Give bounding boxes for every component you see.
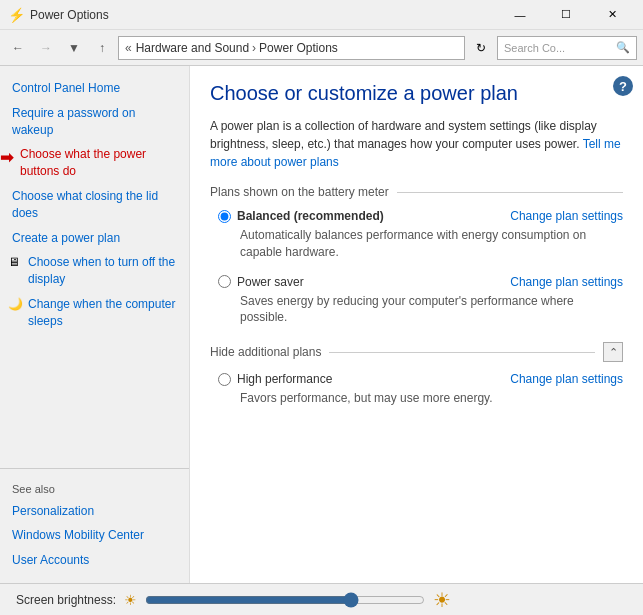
plan-balanced-change-link[interactable]: Change plan settings xyxy=(510,209,623,223)
plan-item-balanced: Balanced (recommended) Change plan setti… xyxy=(210,209,623,261)
plan-power-saver-header: Power saver Change plan settings xyxy=(218,275,623,289)
hide-additional-plans-label: Hide additional plans xyxy=(210,345,321,359)
hide-chevron-button[interactable]: ⌃ xyxy=(603,342,623,362)
window-title: Power Options xyxy=(30,8,497,22)
plan-high-performance-label[interactable]: High performance xyxy=(218,372,332,386)
sidebar: Control Panel Home Require a password on… xyxy=(0,66,190,583)
plan-high-performance-name: High performance xyxy=(237,372,332,386)
monitor-icon: 🖥 xyxy=(8,255,24,271)
breadcrumb-hardware-and-sound[interactable]: Hardware and Sound xyxy=(136,41,249,55)
sidebar-item-user-accounts[interactable]: User Accounts xyxy=(0,548,189,573)
brightness-label: Screen brightness: xyxy=(16,593,116,607)
help-button[interactable]: ? xyxy=(613,76,633,96)
sidebar-item-mobility-center[interactable]: Windows Mobility Center xyxy=(0,523,189,548)
search-icon: 🔍 xyxy=(616,41,630,54)
bottom-bar: Screen brightness: ☀ ☀ xyxy=(0,583,643,615)
maximize-button[interactable]: ☐ xyxy=(543,0,589,30)
plans-section-line xyxy=(397,192,623,193)
content-area: ? Choose or customize a power plan A pow… xyxy=(190,66,643,583)
sidebar-item-computer-sleeps[interactable]: 🌙 Change when the computer sleeps xyxy=(0,292,189,334)
hide-additional-plans-header: Hide additional plans ⌃ xyxy=(210,342,623,362)
plan-power-saver-change-link[interactable]: Change plan settings xyxy=(510,275,623,289)
brightness-slider[interactable] xyxy=(145,592,425,608)
plan-high-performance-radio[interactable] xyxy=(218,373,231,386)
title-bar: ⚡ Power Options — ☐ ✕ xyxy=(0,0,643,30)
plan-balanced-desc: Automatically balances performance with … xyxy=(218,227,623,261)
window-controls: — ☐ ✕ xyxy=(497,0,635,30)
sidebar-item-control-panel-home[interactable]: Control Panel Home xyxy=(0,76,189,101)
sidebar-link-power-buttons: Choose what the power buttons do xyxy=(12,146,177,180)
plan-high-performance-change-link[interactable]: Change plan settings xyxy=(510,372,623,386)
sidebar-item-require-password[interactable]: Require a password on wakeup xyxy=(0,101,189,143)
plan-item-power-saver: Power saver Change plan settings Saves e… xyxy=(210,275,623,327)
see-also-label: See also xyxy=(0,479,189,499)
back-button[interactable]: ← xyxy=(6,36,30,60)
content-description: A power plan is a collection of hardware… xyxy=(210,117,623,171)
address-bar: ← → ▼ ↑ « Hardware and Sound › Power Opt… xyxy=(0,30,643,66)
hide-section-line xyxy=(329,352,595,353)
plan-balanced-radio[interactable] xyxy=(218,210,231,223)
sidebar-link-turn-off-display: Choose when to turn off the display xyxy=(28,254,181,288)
sidebar-item-closing-lid[interactable]: Choose what closing the lid does xyxy=(0,184,189,226)
refresh-button[interactable]: ↻ xyxy=(469,36,493,60)
plan-power-saver-radio[interactable] xyxy=(218,275,231,288)
search-bar[interactable]: Search Co... 🔍 xyxy=(497,36,637,60)
minimize-button[interactable]: — xyxy=(497,0,543,30)
sidebar-item-turn-off-display[interactable]: 🖥 Choose when to turn off the display xyxy=(0,250,189,292)
forward-button[interactable]: → xyxy=(34,36,58,60)
sun-icon-large: ☀ xyxy=(433,588,451,612)
plans-section-header: Plans shown on the battery meter xyxy=(210,185,623,199)
app-icon: ⚡ xyxy=(8,7,24,23)
close-button[interactable]: ✕ xyxy=(589,0,635,30)
sidebar-item-personalization[interactable]: Personalization xyxy=(0,499,189,524)
plan-balanced-name: Balanced (recommended) xyxy=(237,209,384,223)
hide-additional-plans-section: Hide additional plans ⌃ High performance… xyxy=(210,342,623,407)
plan-power-saver-label[interactable]: Power saver xyxy=(218,275,304,289)
search-placeholder: Search Co... xyxy=(504,42,565,54)
recent-button[interactable]: ▼ xyxy=(62,36,86,60)
plans-section-label: Plans shown on the battery meter xyxy=(210,185,389,199)
breadcrumb-current: Power Options xyxy=(259,41,338,55)
plan-balanced-label[interactable]: Balanced (recommended) xyxy=(218,209,384,223)
plan-item-high-performance: High performance Change plan settings Fa… xyxy=(210,372,623,407)
sidebar-item-create-plan[interactable]: Create a power plan xyxy=(0,226,189,251)
breadcrumb-separator: › xyxy=(252,41,256,55)
see-also-section: See also Personalization Windows Mobilit… xyxy=(0,468,189,573)
description-text: A power plan is a collection of hardware… xyxy=(210,119,597,151)
plan-power-saver-name: Power saver xyxy=(237,275,304,289)
plan-high-performance-header: High performance Change plan settings xyxy=(218,372,623,386)
sidebar-link-computer-sleeps: Change when the computer sleeps xyxy=(28,296,181,330)
plan-high-performance-desc: Favors performance, but may use more ene… xyxy=(218,390,623,407)
sidebar-item-power-buttons[interactable]: ➡ Choose what the power buttons do xyxy=(0,142,189,184)
breadcrumb-prefix: « xyxy=(125,41,132,55)
plan-power-saver-desc: Saves energy by reducing your computer's… xyxy=(218,293,623,327)
up-button[interactable]: ↑ xyxy=(90,36,114,60)
sleep-icon: 🌙 xyxy=(8,297,24,313)
plan-balanced-header: Balanced (recommended) Change plan setti… xyxy=(218,209,623,223)
page-title: Choose or customize a power plan xyxy=(210,82,623,105)
main-container: Control Panel Home Require a password on… xyxy=(0,66,643,583)
breadcrumb: « Hardware and Sound › Power Options xyxy=(118,36,465,60)
sun-icon-small: ☀ xyxy=(124,592,137,608)
